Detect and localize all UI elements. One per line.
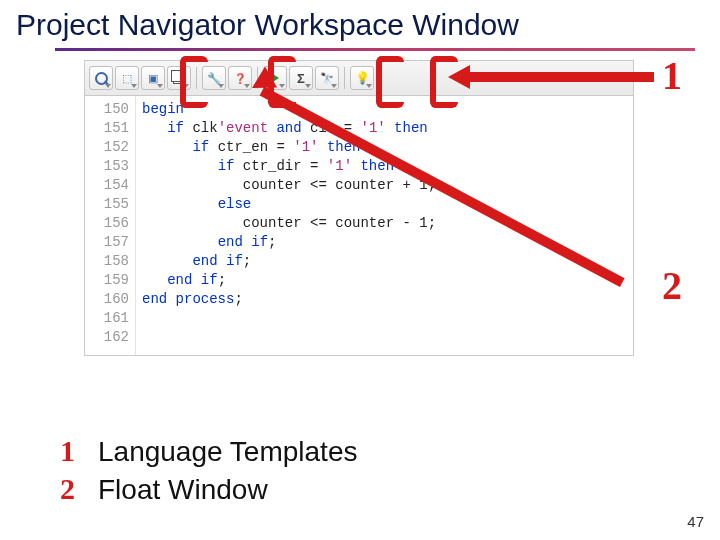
- editor-window: 150151152153154155156157158159160161162 …: [84, 60, 634, 356]
- code-line: [142, 328, 436, 347]
- bulb-icon[interactable]: [350, 66, 374, 90]
- line-number: 154: [85, 176, 129, 195]
- title-rule: [55, 48, 695, 51]
- code-line: end if;: [142, 252, 436, 271]
- telescope-icon[interactable]: [315, 66, 339, 90]
- line-number: 152: [85, 138, 129, 157]
- line-number: 157: [85, 233, 129, 252]
- code-line: if ctr_dir = '1' then: [142, 157, 436, 176]
- line-number: 159: [85, 271, 129, 290]
- code-line: end if;: [142, 233, 436, 252]
- callout-1-label: 1: [662, 52, 682, 99]
- box-icon[interactable]: [141, 66, 165, 90]
- code-line: end if;: [142, 271, 436, 290]
- toolbar-separator: [196, 67, 197, 89]
- legend: 1 Language Templates 2 Float Window: [60, 432, 357, 507]
- slide-title: Project Navigator Workspace Window: [16, 8, 519, 42]
- legend-num: 2: [60, 470, 84, 508]
- wrench-icon[interactable]: [202, 66, 226, 90]
- code-area: 150151152153154155156157158159160161162 …: [85, 96, 633, 355]
- line-number: 156: [85, 214, 129, 233]
- code-line: else: [142, 195, 436, 214]
- legend-label: Float Window: [98, 472, 268, 507]
- line-number: 155: [85, 195, 129, 214]
- legend-row: 1 Language Templates: [60, 432, 357, 470]
- callout-2-label: 2: [662, 262, 682, 309]
- toolbar-separator: [344, 67, 345, 89]
- line-number: 161: [85, 309, 129, 328]
- code-line: if clk'event and clk = '1' then: [142, 119, 436, 138]
- zoom-icon[interactable]: [89, 66, 113, 90]
- legend-num: 1: [60, 432, 84, 470]
- line-number: 162: [85, 328, 129, 347]
- code-body: begin if clk'event and clk = '1' then if…: [136, 96, 440, 355]
- toolbar-separator: [257, 67, 258, 89]
- page-number: 47: [687, 513, 704, 530]
- help-icon[interactable]: [228, 66, 252, 90]
- line-number: 151: [85, 119, 129, 138]
- legend-label: Language Templates: [98, 434, 357, 469]
- line-number: 150: [85, 100, 129, 119]
- line-number: 153: [85, 157, 129, 176]
- code-line: counter <= counter + 1;: [142, 176, 436, 195]
- sigma-icon[interactable]: [289, 66, 313, 90]
- line-number: 158: [85, 252, 129, 271]
- play-icon[interactable]: [263, 66, 287, 90]
- code-line: if ctr_en = '1' then: [142, 138, 436, 157]
- code-line: end process;: [142, 290, 436, 309]
- code-line: begin: [142, 100, 436, 119]
- code-line: [142, 309, 436, 328]
- code-line: counter <= counter - 1;: [142, 214, 436, 233]
- float-icon[interactable]: [167, 66, 191, 90]
- legend-row: 2 Float Window: [60, 470, 357, 508]
- line-number: 160: [85, 290, 129, 309]
- toolbar: [85, 61, 633, 96]
- line-gutter: 150151152153154155156157158159160161162: [85, 96, 136, 355]
- tree-icon[interactable]: [115, 66, 139, 90]
